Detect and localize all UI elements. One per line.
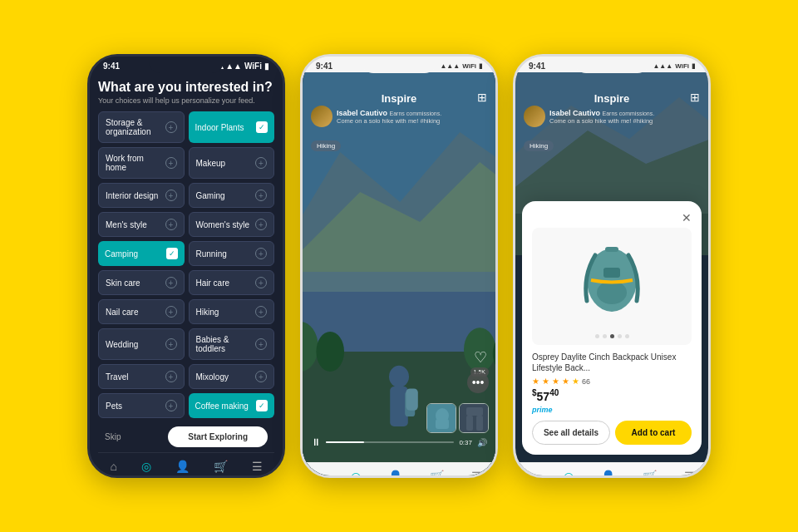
nav3-menu[interactable]: ☰ (684, 470, 695, 478)
interest-babies[interactable]: Babies & toddlers + (189, 328, 275, 360)
svg-rect-13 (406, 388, 417, 410)
interest-skin-care[interactable]: Skin care + (98, 270, 185, 295)
creator-avatar-2 (311, 106, 332, 127)
notch-1 (149, 57, 224, 73)
interest-wedding[interactable]: Wedding + (98, 328, 185, 360)
interest-travel-label: Travel (106, 372, 128, 382)
interest-indoor-plants[interactable]: Indoor Plants ✓ (189, 111, 275, 143)
nav2-home[interactable]: ⌂ (316, 470, 323, 478)
interest-running-plus[interactable]: + (255, 248, 267, 259)
grid-icon-2[interactable]: ⊞ (477, 91, 487, 104)
interest-mixology-plus[interactable]: + (255, 371, 267, 382)
interest-womens-style[interactable]: Women's style + (189, 212, 275, 237)
interest-travel-plus[interactable]: + (165, 371, 177, 382)
dot-2[interactable] (603, 334, 607, 338)
interest-mixology[interactable]: Mixology + (189, 364, 275, 389)
interest-nail-care[interactable]: Nail care + (98, 299, 185, 324)
interest-interior-plus[interactable]: + (165, 190, 177, 201)
interest-womens-style-plus[interactable]: + (255, 219, 267, 230)
interest-coffee[interactable]: Coffee making ✓ (189, 393, 275, 418)
interest-hiking-plus[interactable]: + (255, 306, 267, 318)
nav3-inspire[interactable]: ◎ (564, 470, 574, 478)
interest-gaming[interactable]: Gaming + (189, 183, 275, 208)
dot-5[interactable] (625, 334, 629, 338)
interest-camping-label: Camping (105, 249, 138, 259)
interest-hair-care[interactable]: Hair care + (189, 270, 275, 295)
volume-icon-2[interactable]: 🔊 (477, 438, 487, 447)
review-count: 66 (582, 377, 590, 386)
nav2-menu[interactable]: ☰ (471, 470, 482, 478)
dot-4[interactable] (618, 334, 622, 338)
interest-hiking[interactable]: Hiking + (189, 299, 275, 324)
thumb-backpack[interactable] (426, 403, 456, 433)
progress-fill-2 (326, 441, 364, 443)
nav-inspire-icon[interactable]: ◎ (141, 460, 151, 473)
interest-skin-care-plus[interactable]: + (165, 277, 177, 288)
interest-gaming-plus[interactable]: + (255, 190, 267, 201)
nav-profile-icon[interactable]: 👤 (175, 460, 190, 473)
play-button-2[interactable]: ⏸ (311, 436, 321, 448)
nav-menu-icon[interactable]: ☰ (252, 460, 263, 473)
progress-bar-2[interactable] (326, 441, 454, 443)
nav-home-icon[interactable]: ⌂ (110, 460, 116, 473)
inspire-title-3: Inspire (594, 92, 630, 105)
dot-1[interactable] (595, 334, 599, 338)
interest-nail-care-label: Nail care (106, 308, 138, 317)
nav2-inspire[interactable]: ◎ (351, 470, 361, 478)
notch-2 (362, 57, 436, 73)
nav2-cart[interactable]: 🛒 (430, 470, 444, 478)
interest-work-home[interactable]: Work from home + (98, 147, 185, 179)
interest-running[interactable]: Running + (189, 241, 275, 266)
grid-icon-3[interactable]: ⊞ (690, 91, 700, 104)
interest-indoor-plants-check: ✓ (256, 121, 268, 133)
creator-name-2: Isabel Cautivo Earns commissions. (337, 109, 441, 117)
nav3-cart[interactable]: 🛒 (643, 470, 657, 478)
more-button-2[interactable]: ••• (467, 372, 489, 393)
interest-babies-plus[interactable]: + (255, 338, 267, 350)
battery-icon: ▮ (264, 62, 269, 71)
interest-nail-care-plus[interactable]: + (165, 306, 177, 318)
interest-coffee-check: ✓ (256, 400, 268, 411)
skip-button[interactable]: Skip (105, 432, 121, 441)
dot-3[interactable] (610, 334, 614, 338)
battery-icon-3: ▮ (692, 62, 695, 70)
interest-storage[interactable]: Storage & organization + (98, 111, 185, 143)
phone3-navbar: ⌂ ◎ 👤 🛒 ☰ (515, 462, 708, 478)
inspire-title-2: Inspire (382, 92, 417, 105)
interest-camping[interactable]: Camping ✓ (98, 241, 185, 266)
start-exploring-button[interactable]: Start Exploring (168, 426, 268, 447)
signal-icon-2: ▲▲▲ (440, 62, 460, 70)
interest-mens-style[interactable]: Men's style + (98, 212, 185, 237)
notch-3 (574, 57, 649, 73)
interest-work-home-plus[interactable]: + (165, 157, 177, 169)
interest-pets-plus[interactable]: + (165, 400, 177, 411)
interest-makeup[interactable]: Makeup + (189, 147, 275, 179)
interest-skin-care-label: Skin care (106, 278, 140, 288)
interest-interior[interactable]: Interior design + (98, 183, 185, 208)
nav3-profile[interactable]: 👤 (601, 470, 615, 478)
add-to-cart-button[interactable]: Add to cart (615, 421, 692, 445)
interest-mens-style-plus[interactable]: + (165, 219, 177, 230)
nav-cart-icon[interactable]: 🛒 (214, 460, 228, 473)
interest-indoor-plants-label: Indoor Plants (195, 123, 244, 132)
interest-wedding-plus[interactable]: + (165, 338, 177, 350)
heart-button-2[interactable]: ♡ (474, 348, 487, 367)
inspire-header-3: Inspire (515, 91, 708, 106)
interest-babies-label: Babies & toddlers (196, 335, 256, 353)
phone1-content: What are you interested in? Your choices… (90, 72, 283, 478)
see-details-button[interactable]: See all details (532, 421, 610, 445)
thumb-pants[interactable] (459, 403, 489, 433)
nav3-home[interactable]: ⌂ (529, 470, 535, 478)
phone2-content: Inspire ⊞ Isabel Cautivo Earns commissio… (303, 72, 495, 478)
phone1-navbar: ⌂ ◎ 👤 🛒 ☰ (98, 452, 274, 478)
interest-hair-care-plus[interactable]: + (255, 277, 267, 288)
close-button[interactable]: ✕ (682, 211, 692, 224)
phone-1: 9:41 ▲▲▲ WiFi ▮ What are you interested … (87, 54, 285, 478)
wifi-icon-2: WiFi (462, 62, 476, 70)
interest-pets[interactable]: Pets + (98, 393, 185, 418)
interest-travel[interactable]: Travel + (98, 364, 185, 389)
interest-storage-plus[interactable]: + (165, 121, 177, 133)
interest-makeup-plus[interactable]: + (255, 157, 267, 169)
nav2-profile[interactable]: 👤 (388, 470, 402, 478)
interest-work-home-label: Work from home (106, 154, 165, 172)
